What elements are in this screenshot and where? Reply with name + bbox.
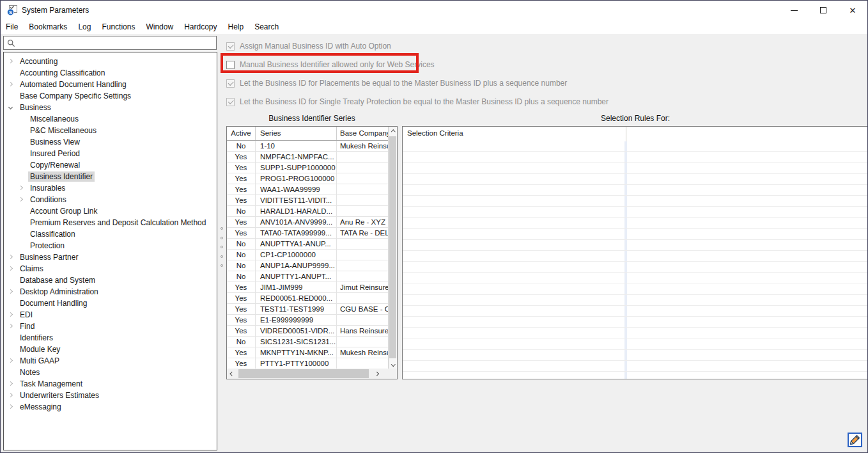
chevron-right-icon[interactable] [8, 59, 13, 63]
horizontal-scrollbar-thumb[interactable] [238, 369, 369, 378]
table-row[interactable]: YesWAA1-WAA99999 [227, 184, 388, 195]
menu-file[interactable]: File [6, 20, 18, 34]
empty-row[interactable] [403, 262, 868, 273]
vertical-scrollbar[interactable] [388, 127, 397, 369]
minimize-button[interactable] [779, 1, 809, 20]
table-row[interactable]: NoCP1-CP1000000 [227, 250, 388, 260]
menu-functions[interactable]: Functions [102, 20, 135, 34]
table-row[interactable]: NoANUP1A-ANUP9999... [227, 260, 388, 271]
empty-row[interactable] [403, 306, 868, 317]
chevron-right-icon[interactable] [8, 381, 13, 386]
tree-item-accounting[interactable]: Accounting [4, 56, 217, 67]
tree-item-desktop-administration[interactable]: Desktop Administration [4, 286, 217, 298]
empty-row[interactable] [403, 372, 868, 379]
tree-item-edi[interactable]: EDI [4, 309, 217, 321]
column-header-base-company[interactable]: Base Company [337, 127, 388, 140]
empty-row[interactable] [403, 328, 868, 338]
scroll-left-button[interactable] [227, 369, 236, 378]
tree-item-underwriters-estimates[interactable]: Underwriters Estimates [4, 390, 217, 401]
empty-row[interactable] [403, 317, 868, 328]
table-row[interactable]: NoANUPTTYA1-ANUP... [227, 239, 388, 250]
chevron-right-icon[interactable] [8, 266, 13, 271]
table-row[interactable]: YesVIDITTEST11-VIDIT... [227, 195, 388, 206]
tree-item-multi-gaap[interactable]: Multi GAAP [4, 355, 217, 367]
empty-row[interactable] [403, 174, 868, 185]
tree-item-find[interactable]: Find [4, 321, 217, 332]
tree-item-task-management[interactable]: Task Management [4, 378, 217, 390]
chevron-right-icon[interactable] [8, 289, 13, 294]
tree-item-account-group-link[interactable]: Account Group Link [4, 205, 217, 217]
table-row[interactable]: YesNMPFAC1-NMPFAC... [227, 152, 388, 163]
horizontal-scrollbar[interactable] [227, 369, 388, 379]
table-row[interactable]: YesANV101A-ANV9999...Anu Re - XYZ [227, 217, 388, 228]
tree-item-accounting-classification[interactable]: Accounting Classification [4, 67, 217, 79]
scroll-right-button[interactable] [373, 369, 382, 378]
menu-hardcopy[interactable]: Hardcopy [184, 20, 217, 34]
tree-item-emessaging[interactable]: eMessaging [4, 401, 217, 413]
tree-item-document-handling[interactable]: Document Handling [4, 298, 217, 309]
chevron-down-icon[interactable] [8, 105, 13, 109]
empty-row[interactable] [403, 338, 868, 349]
tree-item-business-identifier[interactable]: Business Identifier [4, 171, 217, 182]
checkbox-checked-icon[interactable] [226, 79, 235, 88]
tree-item-insured-period[interactable]: Insured Period [4, 148, 217, 159]
chevron-right-icon[interactable] [8, 255, 13, 259]
checkbox-checked-icon[interactable] [226, 98, 235, 106]
empty-row[interactable] [403, 141, 868, 152]
tree-item-automated-document-handling[interactable]: Automated Document Handling [4, 79, 217, 90]
tree-item-database-and-system[interactable]: Database and System [4, 274, 217, 286]
chevron-right-icon[interactable] [8, 404, 13, 409]
menu-log[interactable]: Log [78, 20, 91, 34]
menu-search[interactable]: Search [254, 20, 279, 34]
empty-row[interactable] [403, 152, 868, 163]
tree-item-business-view[interactable]: Business View [4, 136, 217, 148]
table-row[interactable]: No1-10Mukesh Reinsu. [227, 141, 388, 152]
chevron-right-icon[interactable] [8, 393, 13, 397]
table-row[interactable]: YesPROG1-PROG100000 [227, 173, 388, 184]
menu-help[interactable]: Help [228, 20, 244, 34]
tree-item-protection[interactable]: Protection [4, 240, 217, 251]
empty-row[interactable] [403, 273, 868, 283]
table-row[interactable]: YesTATA0-TATA999999...TATA Re - DEL [227, 228, 388, 239]
column-header-active[interactable]: Active [227, 127, 256, 140]
tree-item-p-c-miscellaneous[interactable]: P&C Miscellaneous [4, 125, 217, 136]
empty-row[interactable] [403, 361, 868, 372]
empty-row[interactable] [403, 163, 868, 173]
menu-window[interactable]: Window [146, 20, 173, 34]
empty-row[interactable] [403, 207, 868, 218]
empty-row[interactable] [403, 240, 868, 251]
maximize-button[interactable] [809, 1, 838, 20]
empty-row[interactable] [403, 185, 868, 196]
tree-item-claims[interactable]: Claims [4, 263, 217, 274]
tree-item-classification[interactable]: Classification [4, 228, 217, 240]
splitter-handle[interactable] [218, 227, 226, 267]
empty-row[interactable] [403, 283, 868, 294]
edit-pencil-button[interactable] [848, 433, 862, 447]
table-row[interactable]: YesJIM1-JIM999Jimut Reinsurer- [227, 282, 388, 293]
empty-row[interactable] [403, 251, 868, 262]
chevron-right-icon[interactable] [8, 312, 13, 317]
tree-item-conditions[interactable]: Conditions [4, 194, 217, 205]
empty-row[interactable] [403, 196, 868, 207]
chevron-right-icon[interactable] [19, 186, 23, 190]
empty-row[interactable] [403, 350, 868, 361]
table-row[interactable]: NoSICS1231-SICS1231... [227, 337, 388, 347]
table-row[interactable]: YesPTTY1-PTTY100000 [227, 358, 388, 369]
table-row[interactable]: YesSUPP1-SUPP1000000 [227, 163, 388, 173]
column-header-selection-criteria[interactable]: Selection Criteria [403, 127, 868, 141]
scroll-up-button[interactable] [389, 127, 398, 136]
column-header-series[interactable]: Series [256, 127, 337, 140]
empty-row[interactable] [403, 295, 868, 306]
tree-item-miscellaneous[interactable]: Miscellaneous [4, 113, 217, 125]
table-row[interactable]: NoHARALD1-HARALD... [227, 206, 388, 217]
tree-item-identifiers[interactable]: Identifiers [4, 332, 217, 344]
table-row[interactable]: YesRED00051-RED000... [227, 293, 388, 304]
scroll-down-button[interactable] [389, 360, 398, 369]
menu-bookmarks[interactable]: Bookmarks [29, 20, 67, 34]
table-row[interactable]: NoANUPTTY1-ANUPT... [227, 271, 388, 282]
chevron-right-icon[interactable] [8, 358, 13, 363]
table-row[interactable]: YesTEST11-TEST1999CGU BASE - Os [227, 304, 388, 315]
tree-item-copy-renewal[interactable]: Copy/Renewal [4, 159, 217, 171]
chevron-right-icon[interactable] [8, 82, 13, 86]
chevron-right-icon[interactable] [8, 324, 13, 328]
